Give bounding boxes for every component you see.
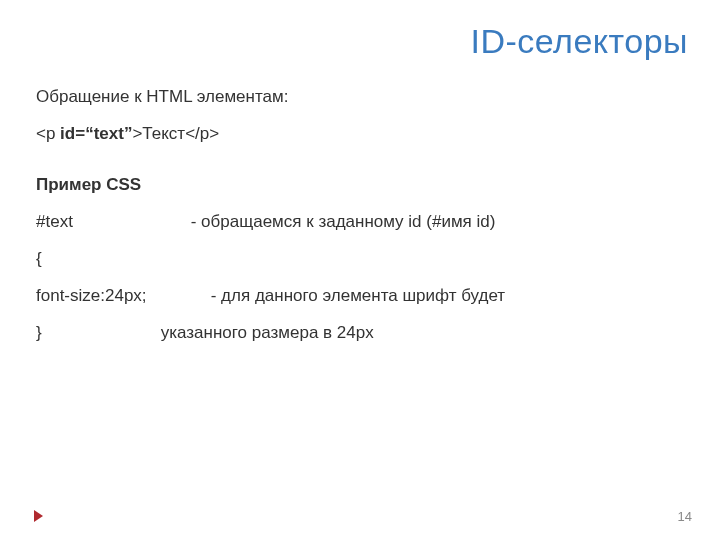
css-comment-3: указанного размера в 24px	[161, 323, 374, 342]
html-close: </p>	[185, 124, 219, 143]
css-comment-2: - для данного элемента шрифт будет	[211, 286, 505, 305]
html-text: Текст	[142, 124, 185, 143]
css-line-4: } указанного размера в 24px	[36, 322, 680, 345]
next-slide-icon[interactable]	[34, 510, 43, 522]
css-comment-1: - обращаемся к заданному id (#имя id)	[191, 212, 496, 231]
slide: ID-селекторы Обращение к HTML элементам:…	[0, 0, 720, 540]
html-attr: id=“text”	[60, 124, 132, 143]
css-rule: font-size:24px;	[36, 285, 206, 308]
html-open-prefix: <p	[36, 124, 60, 143]
html-example-line: <p id=“text”>Текст</p>	[36, 123, 680, 146]
css-heading: Пример CSS	[36, 174, 680, 197]
html-open-suffix: >	[132, 124, 142, 143]
css-selector: #text	[36, 211, 186, 234]
intro-text: Обращение к HTML элементам:	[36, 86, 680, 109]
css-line-3: font-size:24px; - для данного элемента ш…	[36, 285, 680, 308]
spacer	[36, 160, 680, 174]
slide-body: Обращение к HTML элементам: <p id=“text”…	[36, 86, 680, 359]
css-line-2: {	[36, 248, 680, 271]
css-brace-close: }	[36, 322, 156, 345]
slide-title: ID-селекторы	[470, 22, 688, 61]
page-number: 14	[678, 509, 692, 524]
css-line-1: #text - обращаемся к заданному id (#имя …	[36, 211, 680, 234]
